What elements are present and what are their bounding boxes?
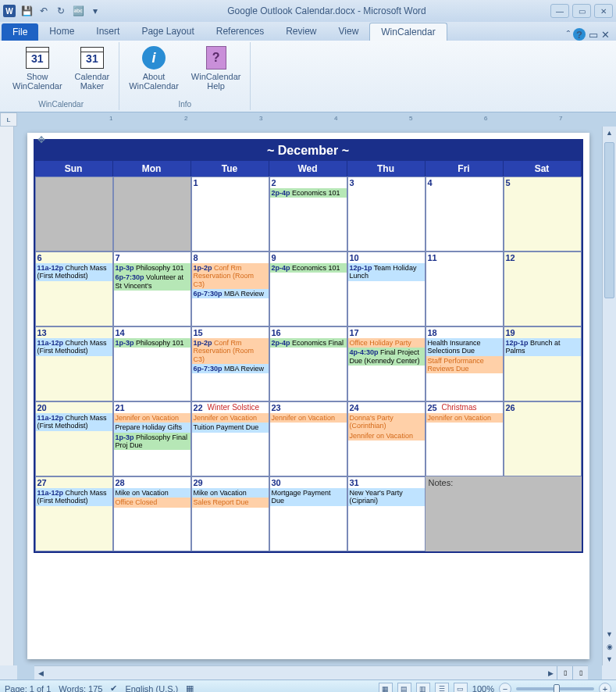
event-item[interactable]: Sales Report Due [192, 498, 269, 507]
tab-view[interactable]: View [328, 23, 370, 41]
vertical-ruler[interactable] [0, 127, 14, 665]
day-cell-11[interactable]: 11 [426, 251, 504, 326]
tab-home[interactable]: Home [38, 23, 85, 41]
event-item[interactable]: Office Holiday Party [348, 338, 425, 348]
day-cell-15[interactable]: 151p-2p Conf Rm Reservation (Room C3)6p-… [191, 326, 269, 401]
day-cell-17[interactable]: 17Office Holiday Party4p-4:30p Final Pro… [347, 326, 426, 401]
show-button[interactable]: 31ShowWinCalendar [8, 44, 67, 98]
event-item[interactable]: 11a-12p Church Mass (First Methodist) [36, 263, 112, 281]
scroll-thumb[interactable] [604, 142, 614, 298]
event-item[interactable]: Mortgage Payment Due [270, 488, 347, 506]
event-item[interactable]: Jennifer on Vacation [348, 431, 425, 441]
event-item[interactable]: 6p-7:30p Volunteer at St Vincent's [114, 273, 190, 291]
proofing-icon[interactable]: ✔ [110, 683, 117, 692]
draft-view[interactable]: ▭ [454, 683, 468, 693]
split-icon-2[interactable]: ▯ [572, 666, 588, 680]
help-icon[interactable]: ? [573, 28, 586, 41]
event-item[interactable]: Jennifer on Vacation [426, 413, 503, 423]
file-tab[interactable]: File [2, 23, 38, 41]
fullscreen-view[interactable]: ▤ [397, 683, 411, 693]
event-item[interactable]: 1p-3p Philosophy Final Proj Due [114, 433, 190, 451]
day-cell-20[interactable]: 2011a-12p Church Mass (First Methodist) [35, 401, 113, 476]
event-item[interactable]: 1p-3p Philosophy 101 [114, 338, 190, 348]
qat-customize-button[interactable]: ▾ [87, 3, 103, 19]
day-cell-24[interactable]: 24Donna's Party (Corinthian)Jennifer on … [347, 401, 426, 476]
day-cell-14[interactable]: 141p-3p Philosophy 101 [113, 326, 191, 401]
day-cell-21[interactable]: 21Jennifer on VacationPrepare Holiday Gi… [113, 401, 191, 476]
day-cell-27[interactable]: 2711a-12p Church Mass (First Methodist) [35, 476, 113, 551]
event-item[interactable]: 1p-2p Conf Rm Reservation (Room C3) [192, 263, 269, 289]
tab-page-layout[interactable]: Page Layout [130, 23, 205, 41]
day-cell-8[interactable]: 81p-2p Conf Rm Reservation (Room C3)6p-7… [191, 251, 269, 326]
restore-window-icon[interactable]: ▭ [589, 29, 598, 41]
zoom-in-button[interactable]: + [599, 683, 611, 693]
zoom-level[interactable]: 100% [472, 684, 494, 693]
day-cell-5[interactable]: 5 [504, 177, 582, 251]
about-button[interactable]: iAboutWinCalendar [124, 44, 183, 98]
day-cell-13[interactable]: 1311a-12p Church Mass (First Methodist) [35, 326, 113, 401]
prev-page-icon[interactable]: ◉ [603, 640, 616, 653]
day-cell-2[interactable]: 22p-4p Economics 101 [269, 177, 347, 251]
horizontal-scrollbar[interactable]: ◀ ▶ ▯▯ [34, 665, 588, 680]
help-button[interactable]: ?WinCalendarHelp [187, 44, 246, 98]
event-item[interactable]: New Year's Party (Cipriani) [348, 488, 425, 506]
outline-view[interactable]: ☰ [435, 683, 449, 693]
print-layout-view[interactable]: ▦ [379, 683, 393, 693]
event-item[interactable]: Staff Performance Reviews Due [426, 356, 503, 374]
event-item[interactable]: 11a-12p Church Mass (First Methodist) [36, 413, 112, 431]
event-item[interactable]: 2p-4p Economics Final [270, 338, 347, 348]
day-cell-22[interactable]: 22Winter SolsticeJennifer on VacationTui… [191, 401, 269, 476]
table-anchor-icon[interactable]: ✥ [37, 134, 45, 145]
tab-wincalendar[interactable]: WinCalendar [369, 23, 447, 41]
day-cell-26[interactable]: 26 [504, 401, 582, 476]
day-cell-23[interactable]: 23Jennifer on Vacation [269, 401, 347, 476]
event-item[interactable]: Tuition Payment Due [192, 423, 269, 432]
day-cell-25[interactable]: 25ChristmasJennifer on Vacation [426, 401, 504, 476]
day-cell-12[interactable]: 12 [504, 251, 582, 326]
empty-cell[interactable] [35, 177, 113, 251]
day-cell-30[interactable]: 30Mortgage Payment Due [269, 476, 347, 551]
vertical-scrollbar[interactable]: ▲ ▼ ◉ ▼ [602, 127, 616, 665]
minimize-ribbon-button[interactable]: ˆ [567, 29, 570, 41]
language-status[interactable]: English (U.S.) [125, 684, 178, 693]
tab-review[interactable]: Review [275, 23, 327, 41]
language-button[interactable]: 🔤 [70, 3, 86, 19]
day-cell-3[interactable]: 3 [347, 177, 426, 251]
event-item[interactable]: 6p-7:30p MBA Review [192, 289, 269, 298]
event-item[interactable]: 1p-2p Conf Rm Reservation (Room C3) [192, 338, 269, 364]
close-button[interactable]: ✕ [594, 4, 613, 18]
day-cell-31[interactable]: 31New Year's Party (Cipriani) [347, 476, 426, 551]
day-cell-28[interactable]: 28Mike on VacationOffice Closed [113, 476, 191, 551]
event-item[interactable]: 12p-1p Brunch at Palms [504, 338, 581, 356]
day-cell-19[interactable]: 1912p-1p Brunch at Palms [504, 326, 582, 401]
scroll-down-icon[interactable]: ▼ [603, 628, 616, 640]
event-item[interactable]: Health Insurance Selections Due [426, 338, 503, 356]
event-item[interactable]: 12p-1p Team Holiday Lunch [348, 263, 425, 281]
next-page-icon[interactable]: ▼ [603, 653, 616, 665]
split-icon[interactable]: ▯ [557, 666, 572, 680]
event-item[interactable]: Jennifer on Vacation [114, 413, 190, 423]
event-item[interactable]: 6p-7:30p MBA Review [192, 364, 269, 373]
undo-button[interactable]: ↶ [36, 3, 52, 19]
event-item[interactable]: 11a-12p Church Mass (First Methodist) [36, 488, 112, 506]
day-cell-18[interactable]: 18Health Insurance Selections DueStaff P… [426, 326, 504, 401]
day-cell-16[interactable]: 162p-4p Economics Final [269, 326, 347, 401]
tab-references[interactable]: References [205, 23, 275, 41]
day-cell-29[interactable]: 29Mike on VacationSales Report Due [191, 476, 269, 551]
scroll-right-icon[interactable]: ▶ [544, 666, 557, 680]
calendar-table[interactable]: ~ December ~ SunMonTueWedThuFriSat 122p-… [34, 139, 583, 553]
day-cell-7[interactable]: 71p-3p Philosophy 1016p-7:30p Volunteer … [113, 251, 191, 326]
redo-button[interactable]: ↻ [53, 3, 69, 19]
day-cell-9[interactable]: 92p-4p Economics 101 [269, 251, 347, 326]
event-item[interactable]: 1p-3p Philosophy 101 [114, 263, 190, 273]
event-item[interactable]: 2p-4p Economics 101 [270, 188, 347, 198]
page-status[interactable]: Page: 1 of 1 [5, 684, 51, 693]
event-item[interactable]: 4p-4:30p Final Project Due (Kennedy Cent… [348, 348, 425, 366]
web-layout-view[interactable]: ▥ [416, 683, 430, 693]
day-cell-1[interactable]: 1 [191, 177, 269, 251]
event-item[interactable]: Prepare Holiday Gifts [114, 423, 190, 432]
event-item[interactable]: Jennifer on Vacation [192, 413, 269, 423]
event-item[interactable]: Donna's Party (Corinthian) [348, 413, 425, 431]
tab-insert[interactable]: Insert [85, 23, 130, 41]
event-item[interactable]: Office Closed [114, 498, 190, 507]
